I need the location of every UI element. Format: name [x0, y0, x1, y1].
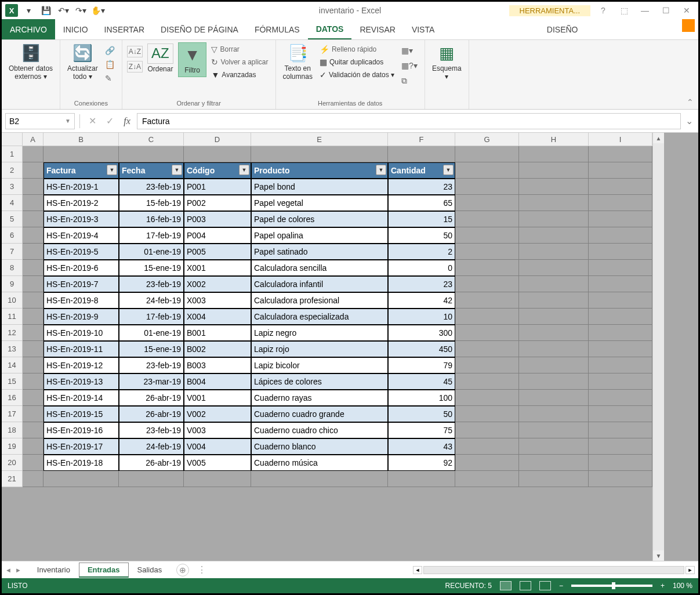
- col-header-I[interactable]: I: [589, 133, 652, 146]
- cell-H9[interactable]: [519, 276, 589, 292]
- cell-B6[interactable]: HS-En-2019-4: [43, 227, 119, 244]
- cell-A17[interactable]: [23, 406, 43, 422]
- name-box[interactable]: B2▼: [5, 113, 75, 129]
- cell-A7[interactable]: [23, 244, 43, 260]
- cell-C14[interactable]: 23-feb-19: [119, 357, 184, 373]
- filter-dropdown-icon[interactable]: ▼: [239, 165, 249, 175]
- tab-vista[interactable]: VISTA: [404, 19, 443, 39]
- cell-A12[interactable]: [23, 325, 43, 341]
- formula-input[interactable]: Factura: [137, 113, 681, 129]
- cell-H13[interactable]: [519, 341, 589, 357]
- cell-G21[interactable]: [455, 471, 519, 487]
- connections-icon[interactable]: 🔗: [103, 45, 117, 56]
- col-header-E[interactable]: E: [251, 133, 388, 146]
- tab-archivo[interactable]: ARCHIVO: [2, 19, 55, 39]
- cell-E17[interactable]: Cuaderno cuadro grande: [251, 406, 388, 422]
- save-icon[interactable]: 💾: [39, 3, 53, 17]
- cell-H19[interactable]: [519, 438, 589, 455]
- sort-asc-icon[interactable]: A↓Z: [127, 46, 143, 57]
- sheet-tab-inventario[interactable]: Inventario: [28, 563, 79, 578]
- cell-F6[interactable]: 50: [388, 227, 455, 244]
- cell-D7[interactable]: P005: [184, 244, 251, 260]
- cell-B19[interactable]: HS-En-2019-17: [43, 438, 119, 455]
- col-header-F[interactable]: F: [388, 133, 455, 146]
- cell-F14[interactable]: 79: [388, 357, 455, 373]
- cell-G4[interactable]: [455, 195, 519, 211]
- cell-F5[interactable]: 15: [388, 211, 455, 227]
- cell-E1[interactable]: [251, 146, 388, 162]
- cell-A21[interactable]: [23, 471, 43, 487]
- cell-E20[interactable]: Cuaderno música: [251, 455, 388, 471]
- cell-I20[interactable]: [589, 455, 652, 471]
- cell-D18[interactable]: V003: [184, 422, 251, 438]
- cell-F17[interactable]: 50: [388, 406, 455, 422]
- cell-H11[interactable]: [519, 309, 589, 325]
- cell-E8[interactable]: Calculadora sencilla: [251, 260, 388, 276]
- cell-F2[interactable]: Cantidad▼: [388, 162, 455, 179]
- cell-I5[interactable]: [589, 211, 652, 227]
- cell-G14[interactable]: [455, 357, 519, 373]
- cell-E19[interactable]: Cuaderno blanco: [251, 438, 388, 455]
- col-header-D[interactable]: D: [184, 133, 251, 146]
- cell-A16[interactable]: [23, 390, 43, 406]
- cell-I16[interactable]: [589, 390, 652, 406]
- ordenar-button[interactable]: AZ Ordenar: [145, 42, 176, 74]
- cell-F7[interactable]: 2: [388, 244, 455, 260]
- cell-G19[interactable]: [455, 438, 519, 455]
- cell-H15[interactable]: [519, 373, 589, 390]
- cell-I19[interactable]: [589, 438, 652, 455]
- view-page-break-icon[interactable]: [539, 581, 551, 590]
- cell-D17[interactable]: V002: [184, 406, 251, 422]
- row-header-2[interactable]: 2: [2, 162, 23, 179]
- cell-B18[interactable]: HS-En-2019-16: [43, 422, 119, 438]
- cell-D8[interactable]: X001: [184, 260, 251, 276]
- cell-B1[interactable]: [43, 146, 119, 162]
- cancel-formula-icon[interactable]: ✕: [85, 114, 100, 129]
- relationships-icon[interactable]: ⧉: [399, 75, 420, 87]
- cell-E10[interactable]: Calculadora profesional: [251, 292, 388, 309]
- cell-G1[interactable]: [455, 146, 519, 162]
- row-header-9[interactable]: 9: [2, 276, 23, 292]
- cell-I15[interactable]: [589, 373, 652, 390]
- add-sheet-icon[interactable]: ⊕: [176, 564, 189, 576]
- cell-G12[interactable]: [455, 325, 519, 341]
- close-icon[interactable]: ✕: [679, 5, 695, 16]
- cell-B7[interactable]: HS-En-2019-5: [43, 244, 119, 260]
- cell-G20[interactable]: [455, 455, 519, 471]
- cell-A20[interactable]: [23, 455, 43, 471]
- cell-I3[interactable]: [589, 179, 652, 195]
- cell-I21[interactable]: [589, 471, 652, 487]
- cell-B17[interactable]: HS-En-2019-15: [43, 406, 119, 422]
- cell-H6[interactable]: [519, 227, 589, 244]
- avanzadas-button[interactable]: ▼Avanzadas: [209, 69, 270, 81]
- col-header-B[interactable]: B: [43, 133, 119, 146]
- cell-F13[interactable]: 450: [388, 341, 455, 357]
- row-header-20[interactable]: 20: [2, 455, 23, 471]
- cell-C17[interactable]: 26-abr-19: [119, 406, 184, 422]
- cell-G11[interactable]: [455, 309, 519, 325]
- row-header-15[interactable]: 15: [2, 373, 23, 390]
- cell-I14[interactable]: [589, 357, 652, 373]
- cell-F1[interactable]: [388, 146, 455, 162]
- row-header-6[interactable]: 6: [2, 227, 23, 244]
- cell-B9[interactable]: HS-En-2019-7: [43, 276, 119, 292]
- cell-C2[interactable]: Fecha▼: [119, 162, 184, 179]
- cell-B3[interactable]: HS-En-2019-1: [43, 179, 119, 195]
- tab-inicio[interactable]: INICIO: [55, 19, 96, 39]
- view-page-layout-icon[interactable]: [520, 581, 531, 590]
- cell-E6[interactable]: Papel opalina: [251, 227, 388, 244]
- maximize-icon[interactable]: ☐: [658, 5, 674, 16]
- cell-I10[interactable]: [589, 292, 652, 309]
- cell-F19[interactable]: 43: [388, 438, 455, 455]
- expand-formula-bar-icon[interactable]: ⌄: [683, 115, 695, 126]
- cell-C13[interactable]: 15-ene-19: [119, 341, 184, 357]
- sort-desc-icon[interactable]: Z↓A: [127, 61, 143, 72]
- cell-D4[interactable]: P002: [184, 195, 251, 211]
- sheet-nav-prev-icon[interactable]: ◄: [5, 567, 12, 574]
- cell-D15[interactable]: B004: [184, 373, 251, 390]
- cell-E3[interactable]: Papel bond: [251, 179, 388, 195]
- cell-E14[interactable]: Lapiz bicolor: [251, 357, 388, 373]
- filter-dropdown-icon[interactable]: ▼: [376, 165, 386, 175]
- view-normal-icon[interactable]: [500, 581, 512, 590]
- filtro-button[interactable]: ▼ Filtro: [178, 42, 207, 77]
